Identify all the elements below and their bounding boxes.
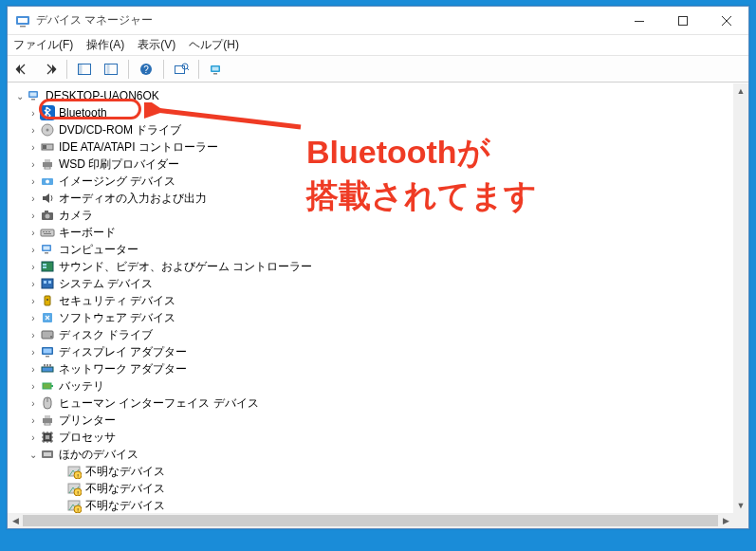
chevron-right-icon[interactable]: › bbox=[27, 381, 40, 392]
svg-rect-33 bbox=[43, 231, 45, 232]
tree-node[interactable]: ›バッテリ bbox=[8, 377, 733, 395]
menu-help[interactable]: ヘルプ(H) bbox=[189, 37, 239, 53]
chevron-right-icon[interactable]: › bbox=[27, 159, 40, 170]
svg-text:?: ? bbox=[143, 64, 149, 75]
toolbar-separator bbox=[66, 60, 67, 79]
chevron-down-icon[interactable]: ⌄ bbox=[27, 450, 40, 460]
chevron-right-icon[interactable]: › bbox=[27, 415, 40, 426]
tree-node[interactable]: ›ディスク ドライブ bbox=[8, 326, 733, 343]
system-icon bbox=[40, 276, 55, 291]
tree-node[interactable]: ›ディスプレイ アダプター bbox=[8, 343, 733, 360]
tree-node-label: システム デバイス bbox=[59, 276, 153, 292]
tree-node[interactable]: ›サウンド、ビデオ、およびゲーム コントローラー bbox=[8, 258, 733, 275]
app-icon bbox=[15, 13, 30, 28]
tree-node[interactable]: ›プリンター bbox=[8, 412, 733, 429]
nav-forward-button[interactable] bbox=[38, 59, 61, 80]
help-button[interactable]: ? bbox=[135, 59, 157, 80]
tree-node[interactable]: ›プロセッサ bbox=[8, 429, 733, 446]
chevron-right-icon[interactable]: › bbox=[27, 279, 40, 289]
tree-node-other-devices[interactable]: ⌄ ほかのデバイス bbox=[8, 446, 733, 463]
chevron-right-icon[interactable]: › bbox=[27, 193, 40, 204]
svg-rect-54 bbox=[42, 367, 53, 372]
tree-node[interactable]: ›カメラ bbox=[8, 207, 733, 224]
tree-node[interactable]: ›ネットワーク アダプター bbox=[8, 360, 733, 377]
tree-node-unknown-device[interactable]: !不明なデバイス bbox=[8, 497, 733, 513]
chevron-right-icon[interactable]: › bbox=[27, 176, 40, 187]
tree-node[interactable]: ›コンピューター bbox=[8, 241, 733, 258]
tree-node[interactable]: ›IDE ATA/ATAPI コントローラー bbox=[8, 138, 733, 156]
sound-card-icon bbox=[40, 259, 55, 274]
chevron-right-icon[interactable]: › bbox=[27, 398, 40, 409]
hid-icon bbox=[40, 395, 55, 411]
print-icon bbox=[40, 156, 55, 172]
tree-root[interactable]: ⌄ DESKTOP-UAON6OK bbox=[8, 87, 733, 104]
tree-node-unknown-device[interactable]: !不明なデバイス bbox=[8, 480, 733, 497]
device-manager-window: デバイス マネージャー ファイル(F) 操作(A) 表示(V) ヘルプ(H) bbox=[7, 6, 749, 529]
tree-node[interactable]: ›DVD/CD-ROM ドライブ bbox=[8, 121, 733, 138]
tree-node-unknown-device[interactable]: !不明なデバイス bbox=[8, 463, 733, 480]
svg-rect-8 bbox=[107, 64, 110, 74]
scroll-thumb[interactable] bbox=[23, 515, 718, 526]
tree-node-label: 不明なデバイス bbox=[85, 498, 165, 514]
horizontal-scrollbar[interactable]: ◀ ▶ bbox=[8, 513, 733, 528]
tree-node[interactable]: ›ソフトウェア デバイス bbox=[8, 309, 733, 326]
chevron-right-icon[interactable]: › bbox=[27, 228, 40, 238]
nav-back-button[interactable] bbox=[11, 59, 34, 80]
svg-rect-41 bbox=[43, 264, 46, 266]
tree-node[interactable]: ›イメージング デバイス bbox=[8, 173, 733, 190]
chevron-right-icon[interactable]: › bbox=[27, 313, 40, 323]
tree-node[interactable]: ›WSD 印刷プロバイダー bbox=[8, 156, 733, 173]
menu-file[interactable]: ファイル(F) bbox=[13, 37, 73, 53]
scroll-track[interactable] bbox=[23, 513, 718, 528]
vertical-scrollbar[interactable]: ▲ ▼ bbox=[733, 83, 748, 513]
chevron-right-icon[interactable]: › bbox=[27, 125, 40, 136]
maximize-button[interactable] bbox=[661, 7, 705, 34]
minimize-button[interactable] bbox=[618, 7, 661, 34]
device-tree[interactable]: ⌄ DESKTOP-UAON6OK ›Bluetooth›DVD/CD-ROM … bbox=[8, 83, 733, 513]
tree-node[interactable]: ›ヒューマン インターフェイス デバイス bbox=[8, 395, 733, 412]
svg-rect-63 bbox=[45, 415, 50, 418]
other-devices-icon bbox=[40, 447, 55, 462]
scroll-right-button[interactable]: ▶ bbox=[718, 513, 733, 528]
chevron-right-icon[interactable]: › bbox=[27, 245, 40, 255]
svg-rect-32 bbox=[41, 230, 54, 236]
scroll-track[interactable] bbox=[733, 99, 748, 498]
tree-node-label: 不明なデバイス bbox=[85, 464, 165, 480]
tree-node[interactable]: ›オーディオの入力および出力 bbox=[8, 190, 733, 207]
svg-rect-23 bbox=[43, 145, 46, 149]
scroll-left-button[interactable]: ◀ bbox=[8, 513, 23, 528]
scan-hardware-button[interactable] bbox=[170, 59, 193, 80]
tree-root-label: DESKTOP-UAON6OK bbox=[46, 89, 159, 102]
properties-button[interactable] bbox=[100, 59, 122, 80]
chevron-down-icon[interactable]: ⌄ bbox=[13, 91, 27, 101]
chevron-right-icon[interactable]: › bbox=[27, 347, 40, 358]
scroll-down-button[interactable]: ▼ bbox=[733, 498, 748, 513]
chevron-right-icon[interactable]: › bbox=[27, 108, 40, 119]
tree-node[interactable]: ›セキュリティ デバイス bbox=[8, 292, 733, 309]
network-icon bbox=[40, 361, 55, 377]
scroll-corner bbox=[733, 513, 748, 528]
close-button[interactable] bbox=[705, 7, 748, 34]
chevron-right-icon[interactable]: › bbox=[27, 330, 40, 340]
chevron-right-icon[interactable]: › bbox=[27, 432, 40, 443]
unknown-device-icon: ! bbox=[66, 481, 82, 496]
window-title: デバイス マネージャー bbox=[36, 12, 153, 28]
chevron-right-icon[interactable]: › bbox=[27, 262, 40, 272]
menu-view[interactable]: 表示(V) bbox=[138, 37, 175, 53]
chevron-right-icon[interactable]: › bbox=[27, 211, 40, 221]
scroll-up-button[interactable]: ▲ bbox=[733, 83, 748, 99]
tree-node[interactable]: ›Bluetooth bbox=[8, 104, 733, 121]
menu-action[interactable]: 操作(A) bbox=[86, 37, 124, 53]
svg-rect-36 bbox=[44, 233, 51, 234]
tree-node-label: プリンター bbox=[59, 413, 116, 429]
tree-node[interactable]: ›キーボード bbox=[8, 224, 733, 241]
svg-point-47 bbox=[46, 299, 48, 301]
show-hide-tree-button[interactable] bbox=[73, 59, 96, 80]
view-devices-button[interactable] bbox=[205, 59, 228, 80]
chevron-right-icon[interactable]: › bbox=[27, 364, 40, 375]
svg-rect-24 bbox=[43, 162, 52, 167]
tree-node[interactable]: ›システム デバイス bbox=[8, 275, 733, 292]
chevron-right-icon[interactable]: › bbox=[27, 296, 40, 306]
chevron-right-icon[interactable]: › bbox=[27, 142, 40, 153]
tree-node-label: サウンド、ビデオ、およびゲーム コントローラー bbox=[59, 259, 312, 275]
